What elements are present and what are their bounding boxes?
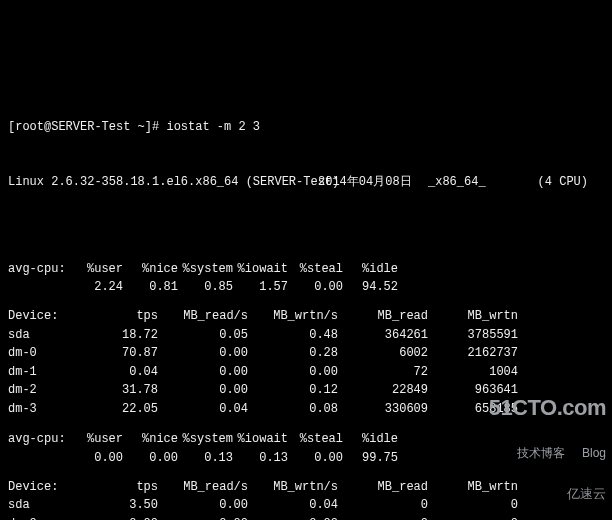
cell: avg-cpu:: [8, 260, 68, 279]
sys-kernel: Linux 2.6.32-358.18.1.el6.x86_64 (SERVER…: [8, 173, 318, 192]
sys-arch: _x86_64_: [428, 173, 498, 192]
cell: %steal: [288, 430, 343, 449]
cell: 0.85: [178, 278, 233, 297]
cell: 0: [428, 515, 518, 520]
cell: %system: [178, 260, 233, 279]
cell: 0.08: [248, 400, 338, 419]
row: dm-322.050.040.08330609658185: [8, 400, 604, 419]
cell: 18.72: [78, 326, 158, 345]
cell: 658185: [428, 400, 518, 419]
cell: 0.48: [248, 326, 338, 345]
cell: sda: [8, 326, 78, 345]
row: avg-cpu:%user%nice%system%iowait%steal%i…: [8, 430, 604, 449]
cell: 0.04: [248, 496, 338, 515]
row: dm-231.780.000.1222849963641: [8, 381, 604, 400]
cell: 0.04: [78, 363, 158, 382]
prompt-userhost: [root@SERVER-Test ~]#: [8, 120, 159, 134]
cell: 0.81: [123, 278, 178, 297]
row: 2.240.810.851.570.0094.52: [8, 278, 604, 297]
sys-cpus: (4 CPU): [498, 173, 588, 192]
cell: %iowait: [233, 430, 288, 449]
cell: %user: [68, 260, 123, 279]
terminal-output: [root@SERVER-Test ~]# iostat -m 2 3 Linu…: [0, 74, 612, 520]
cell: %nice: [123, 430, 178, 449]
cell: 2162737: [428, 344, 518, 363]
cell: 0.13: [178, 449, 233, 468]
cell: 0.28: [248, 344, 338, 363]
sys-date: 2014年04月08日: [318, 173, 428, 192]
cell: 0.00: [158, 344, 248, 363]
row: sda18.720.050.483642613785591: [8, 326, 604, 345]
command-text: iostat -m 2 3: [166, 120, 260, 134]
cell: MB_wrtn/s: [248, 478, 338, 497]
cell: 0: [428, 496, 518, 515]
row: dm-070.870.000.2860022162737: [8, 344, 604, 363]
cell: tps: [78, 307, 158, 326]
cell: dm-2: [8, 381, 78, 400]
row: sda3.500.000.0400: [8, 496, 604, 515]
cell: 6002: [338, 344, 428, 363]
cell: 0.12: [248, 381, 338, 400]
cell: 1.57: [233, 278, 288, 297]
cell: 99.75: [343, 449, 398, 468]
cell: 0.05: [158, 326, 248, 345]
system-line: Linux 2.6.32-358.18.1.el6.x86_64 (SERVER…: [8, 173, 604, 192]
cell: sda: [8, 496, 78, 515]
cell: 94.52: [343, 278, 398, 297]
cell: 0.00: [158, 496, 248, 515]
cell: MB_read: [338, 478, 428, 497]
cell: MB_wrtn: [428, 307, 518, 326]
sample-block: avg-cpu:%user%nice%system%iowait%steal%i…: [8, 420, 604, 520]
cell: 72: [338, 363, 428, 382]
cell: %idle: [343, 430, 398, 449]
cell: 0.00: [78, 515, 158, 520]
cell: dm-0: [8, 344, 78, 363]
cell: dm-0: [8, 515, 78, 520]
cell: 0.00: [288, 278, 343, 297]
row: dm-10.040.000.00721004: [8, 363, 604, 382]
cell: 0.00: [248, 515, 338, 520]
cell: dm-3: [8, 400, 78, 419]
cell: MB_wrtn/s: [248, 307, 338, 326]
row: dm-00.000.000.0000: [8, 515, 604, 520]
cell: 0.13: [233, 449, 288, 468]
prompt-line: [root@SERVER-Test ~]# iostat -m 2 3: [8, 118, 604, 137]
cell: 2.24: [68, 278, 123, 297]
cell: %user: [68, 430, 123, 449]
cell: MB_read: [338, 307, 428, 326]
cell: 0.00: [288, 449, 343, 468]
cell: dm-1: [8, 363, 78, 382]
cell: tps: [78, 478, 158, 497]
cell: Device:: [8, 478, 78, 497]
cell: 3.50: [78, 496, 158, 515]
cell: 330609: [338, 400, 428, 419]
cell: 364261: [338, 326, 428, 345]
cell: 0.00: [68, 449, 123, 468]
cell: %nice: [123, 260, 178, 279]
cell: 31.78: [78, 381, 158, 400]
cell: 0.00: [248, 363, 338, 382]
cell: Device:: [8, 307, 78, 326]
row: Device:tpsMB_read/sMB_wrtn/sMB_readMB_wr…: [8, 478, 604, 497]
cell: 22.05: [78, 400, 158, 419]
cell: %system: [178, 430, 233, 449]
cell: 70.87: [78, 344, 158, 363]
cell: 0.00: [158, 363, 248, 382]
cell: %idle: [343, 260, 398, 279]
cell: MB_read/s: [158, 307, 248, 326]
cell: MB_wrtn: [428, 478, 518, 497]
cell: %iowait: [233, 260, 288, 279]
cell: 963641: [428, 381, 518, 400]
cell: 0: [338, 515, 428, 520]
cell: 3785591: [428, 326, 518, 345]
cell: MB_read/s: [158, 478, 248, 497]
cell: 0.04: [158, 400, 248, 419]
row: avg-cpu:%user%nice%system%iowait%steal%i…: [8, 260, 604, 279]
cell: 0.00: [158, 515, 248, 520]
cell: 0.00: [158, 381, 248, 400]
cell: %steal: [288, 260, 343, 279]
row: 0.000.000.130.130.0099.75: [8, 449, 604, 468]
cell: 0: [338, 496, 428, 515]
cell: 0.00: [123, 449, 178, 468]
sample-block: avg-cpu:%user%nice%system%iowait%steal%i…: [8, 250, 604, 419]
